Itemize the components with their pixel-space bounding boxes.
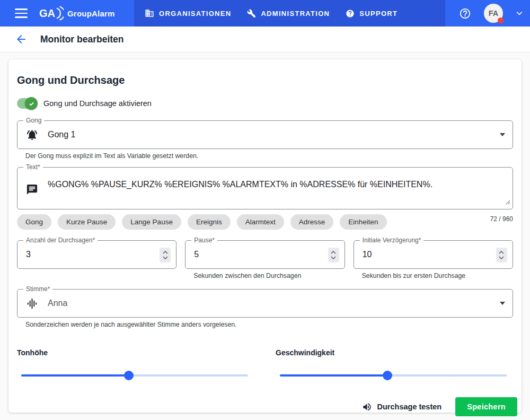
logo-ga-icon: GA (39, 6, 64, 21)
resize-handle-icon[interactable] (506, 197, 510, 207)
number-stepper[interactable] (496, 248, 507, 262)
chip-ereignis[interactable]: Ereignis (188, 214, 231, 230)
menu-icon[interactable] (15, 8, 28, 18)
stimme-select[interactable]: Stimme* Anna (17, 289, 513, 318)
test-button-label: Durchsage testen (377, 402, 442, 411)
char-counter: 72 / 960 (490, 215, 513, 223)
text-value: %GONG% %PAUSE_KURZ% %EREIGNIS% %ALARMTEX… (48, 179, 437, 190)
stimme-helper: Sonderzeichen werden je nach ausgewählte… (25, 321, 513, 328)
pause-value: 5 (194, 250, 199, 259)
nav-item-organisationen[interactable]: ORGANISATIONEN (145, 8, 231, 18)
text-label: Text* (23, 163, 43, 171)
durchsage-testen-button[interactable]: Durchsage testen (362, 402, 442, 412)
toggle-thumb (25, 97, 38, 110)
slider-thumb[interactable] (383, 371, 392, 380)
variable-chips-row: Gong Kurze Pause Lange Pause Ereignis Al… (17, 214, 513, 230)
nav-item-support[interactable]: SUPPORT (346, 9, 398, 18)
status-dot (498, 18, 504, 23)
check-icon (28, 100, 35, 107)
tonhoehe-slider[interactable] (21, 371, 248, 380)
anzahl-durchsagen-input[interactable]: Anzahl der Durchsagen* 3 (17, 240, 176, 269)
stimme-label: Stimme* (23, 285, 52, 293)
anzahl-value: 3 (26, 250, 31, 259)
speichern-button[interactable]: Speichern (455, 397, 517, 416)
slider-thumb[interactable] (124, 371, 134, 380)
groupalarm-logo[interactable]: GA GroupAlarm (39, 6, 115, 21)
stimme-value: Anna (48, 299, 67, 308)
geschwindigkeit-label: Geschwindigkeit (276, 348, 513, 357)
dropdown-arrow-icon[interactable] (500, 302, 505, 305)
chip-lange-pause[interactable]: Lange Pause (122, 214, 181, 230)
gong-label: Gong (23, 117, 44, 124)
nav-item-administration[interactable]: ADMINISTRATION (247, 9, 330, 18)
building-icon (145, 8, 154, 18)
gong-select[interactable]: Gong Gong 1 (17, 120, 513, 149)
pause-label: Pause* (191, 237, 217, 244)
nav-item-label: ADMINISTRATION (261, 10, 330, 18)
initiale-verzoegerung-input[interactable]: Initiale Verzögerung* 10 (354, 240, 513, 269)
wrench-icon (247, 9, 256, 18)
chip-kurze-pause[interactable]: Kurze Pause (58, 214, 116, 230)
back-arrow-icon[interactable] (15, 33, 28, 46)
chevron-down-icon[interactable] (516, 10, 523, 17)
slider-fill (280, 374, 387, 377)
verzoegerung-helper: Sekunden bis zur ersten Durchsage (362, 272, 513, 279)
text-textarea[interactable]: Text* %GONG% %PAUSE_KURZ% %EREIGNIS% %AL… (17, 167, 513, 209)
user-avatar[interactable]: FA (484, 4, 503, 23)
slider-fill (21, 374, 129, 377)
verzoegerung-label: Initiale Verzögerung* (360, 237, 424, 244)
help-outline-icon[interactable] (459, 7, 471, 20)
waveform-icon (26, 298, 38, 310)
pause-input[interactable]: Pause* 5 (185, 240, 344, 269)
chip-adresse[interactable]: Adresse (290, 214, 334, 230)
help-filled-icon (346, 9, 355, 18)
number-inputs-row: Anzahl der Durchsagen* 3 . Pause* 5 (17, 240, 513, 279)
brand-name: GroupAlarm (67, 9, 115, 18)
number-stepper[interactable] (328, 248, 339, 262)
gong-value: Gong 1 (48, 130, 75, 139)
toggle-label: Gong und Durchsage aktivieren (43, 99, 152, 108)
verzoegerung-value: 10 (363, 250, 372, 259)
chip-alarmtext[interactable]: Alarmtext (237, 214, 284, 230)
chip-gong[interactable]: Gong (17, 214, 51, 230)
card-title: Gong und Durchsage (17, 74, 513, 86)
navbar-center: ORGANISATIONEN ADMINISTRATION SUPPORT (134, 0, 445, 27)
geschwindigkeit-slider[interactable] (280, 371, 507, 380)
svg-text:GA: GA (39, 7, 55, 19)
page-header: Monitor bearbeiten (0, 27, 530, 52)
card-actions: Durchsage testen Speichern (17, 397, 517, 416)
speaker-icon (362, 402, 372, 412)
nav-item-label: SUPPORT (359, 10, 398, 18)
navbar-left: GA GroupAlarm (0, 0, 134, 27)
dropdown-arrow-icon[interactable] (500, 133, 505, 136)
gong-durchsage-card: Gong und Durchsage Gong und Durchsage ak… (8, 59, 522, 413)
chat-icon (26, 183, 38, 196)
anzahl-label: Anzahl der Durchsagen* (23, 237, 98, 244)
bell-icon (26, 129, 38, 141)
sliders-row: Tonhöhe Geschwindigkeit (17, 348, 513, 380)
page-title: Monitor bearbeiten (40, 34, 124, 45)
navbar-right: FA (445, 0, 530, 27)
chip-einheiten[interactable]: Einheiten (340, 214, 386, 230)
number-stepper[interactable] (160, 248, 171, 262)
top-navbar: GA GroupAlarm ORGANISATIONEN ADMINISTRAT… (0, 0, 530, 27)
gong-helper: Der Gong muss explizit im Text als Varia… (25, 152, 513, 160)
pause-helper: Sekunden zwischen den Durchsagen (193, 272, 344, 279)
tonhoehe-label: Tonhöhe (17, 348, 254, 357)
gong-durchsage-toggle[interactable] (17, 98, 36, 109)
activate-toggle-row: Gong und Durchsage aktivieren (17, 98, 513, 109)
nav-item-label: ORGANISATIONEN (159, 10, 231, 18)
